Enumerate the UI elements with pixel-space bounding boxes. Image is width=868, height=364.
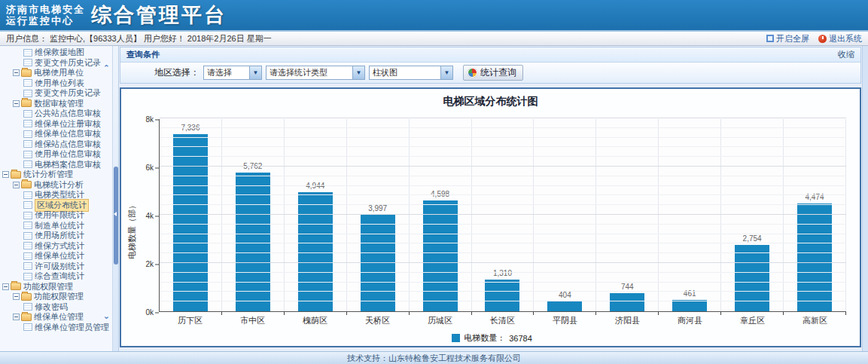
- stat-type-select[interactable]: 请选择统计类型 ▼: [266, 66, 365, 80]
- gridline: [160, 156, 846, 157]
- chevron-down-icon[interactable]: ▼: [440, 66, 452, 79]
- gridline: [160, 272, 846, 273]
- main-scrollbar[interactable]: [862, 46, 868, 351]
- bar[interactable]: [173, 134, 208, 311]
- sidebar-item-17[interactable]: 制造单位统计: [0, 221, 112, 231]
- sidebar-item-8[interactable]: 维保单位信息审核: [0, 129, 112, 139]
- gridline: [160, 252, 846, 253]
- chevron-down-icon[interactable]: ▼: [249, 66, 261, 79]
- sidebar-item-1[interactable]: 变更文件历史记录: [0, 58, 112, 69]
- main-content: 查询条件 收缩 地区选择： 请选择 ▼ 请选择统计类型 ▼ 柱状图 ▼: [119, 46, 868, 351]
- gridline: [160, 146, 846, 147]
- bar-column: 2,754: [721, 119, 784, 311]
- sidebar-item-12[interactable]: 统计分析管理: [0, 170, 112, 180]
- bar[interactable]: [610, 293, 644, 311]
- sidebar-item-2[interactable]: 电梯使用单位: [0, 68, 112, 78]
- region-select[interactable]: 请选择 ▼: [203, 66, 262, 80]
- sidebar-item-27[interactable]: 维保单位管理员管理: [0, 323, 112, 333]
- sidebar-item-21[interactable]: 许可级别统计: [0, 262, 112, 272]
- collapse-expander-icon[interactable]: [2, 171, 9, 178]
- sidebar-item-5[interactable]: 数据审核管理: [0, 99, 112, 109]
- sidebar-item-20[interactable]: 维保单位统计: [0, 251, 112, 262]
- page-icon: [23, 232, 32, 240]
- collapse-expander-icon[interactable]: [13, 293, 20, 300]
- sidebar: 维保救援地图变更文件历史记录电梯使用单位使用单位列表变更文件历史记录数据审核管理…: [0, 46, 113, 351]
- page-icon: [23, 79, 32, 87]
- page-icon: [23, 201, 32, 209]
- legend-total: 36784: [509, 334, 532, 343]
- bar[interactable]: [485, 280, 519, 311]
- collapse-expander-icon[interactable]: [13, 69, 20, 76]
- bar[interactable]: [298, 192, 333, 311]
- collapse-expander-icon[interactable]: [13, 100, 20, 107]
- bar[interactable]: [672, 300, 707, 311]
- folder-icon: [11, 283, 21, 290]
- folder-icon: [21, 99, 32, 107]
- sidebar-item-6[interactable]: 公共站点信息审核: [0, 109, 112, 119]
- y-tick-label: 0k: [145, 308, 154, 317]
- collapse-expander-icon[interactable]: [2, 283, 9, 290]
- bar-column: 7,336: [160, 119, 222, 311]
- plot-row: 0k2k4k6k8k 7,3365,7624,9443,9974,5981,31…: [138, 119, 846, 312]
- y-tick-label: 2k: [145, 260, 154, 268]
- sidebar-item-4[interactable]: 变更文件历史记录: [0, 88, 112, 99]
- sidebar-item-19[interactable]: 维保方式统计: [0, 241, 112, 252]
- page-icon: [23, 252, 32, 260]
- fullscreen-button[interactable]: 开启全屏: [766, 33, 809, 44]
- sidebar-item-13[interactable]: 电梯统计分析: [0, 180, 112, 191]
- bar[interactable]: [423, 200, 458, 311]
- page-icon: [23, 49, 32, 57]
- gridline: [160, 185, 846, 186]
- sidebar-item-16[interactable]: 使用年限统计: [0, 210, 112, 221]
- sidebar-item-18[interactable]: 使用场所统计: [0, 231, 112, 241]
- sidebar-item-7[interactable]: 维保单位注册审核: [0, 119, 112, 130]
- page-icon: [23, 90, 32, 97]
- collapse-expander-icon[interactable]: [13, 182, 20, 188]
- sidebar-item-23[interactable]: 功能权限管理: [0, 282, 112, 292]
- sidebar-item-25[interactable]: 修改密码: [0, 302, 112, 313]
- pie-chart-icon: [468, 68, 477, 78]
- gridline: [160, 243, 846, 243]
- page-icon: [23, 262, 32, 270]
- page-icon: [23, 59, 32, 66]
- logout-button[interactable]: 退出系统: [818, 33, 862, 44]
- bar-column: 461: [659, 119, 721, 311]
- bar[interactable]: [361, 215, 395, 311]
- sidebar-item-10[interactable]: 使用单位信息审核: [0, 149, 112, 160]
- gridline: [160, 301, 846, 301]
- query-panel-title: 查询条件: [126, 49, 160, 60]
- sidebar-item-15[interactable]: 区域分布统计: [0, 200, 112, 211]
- collapse-panel-link[interactable]: 收缩: [838, 49, 854, 60]
- scroll-up-icon[interactable]: ⌃: [103, 64, 110, 72]
- sidebar-item-22[interactable]: 综合查询统计: [0, 271, 112, 282]
- sidebar-item-3[interactable]: 使用单位列表: [0, 78, 112, 89]
- sidebar-splitter[interactable]: [113, 46, 119, 351]
- bar[interactable]: [547, 301, 582, 311]
- folder-icon: [21, 314, 32, 321]
- footer-text: 技术支持：山东特检鲁安工程技术服务有限公司: [347, 353, 521, 362]
- chart-type-select[interactable]: 柱状图 ▼: [369, 66, 453, 80]
- sidebar-item-11[interactable]: 电梯档案信息审核: [0, 160, 112, 170]
- y-axis-title: 电梯数量（部）: [126, 112, 138, 347]
- stat-query-button[interactable]: 统计查询: [463, 65, 523, 81]
- y-tick-label: 8k: [145, 115, 154, 124]
- gridline: [160, 214, 846, 215]
- splitter-collapse-handle[interactable]: [114, 167, 118, 265]
- bar[interactable]: [236, 173, 270, 311]
- collapse-expander-icon[interactable]: [13, 314, 20, 320]
- x-category-label: 平阴县: [534, 315, 596, 326]
- sidebar-item-24[interactable]: 功能权限管理: [0, 292, 112, 302]
- sidebar-item-9[interactable]: 维保站点信息审核: [0, 139, 112, 150]
- chevron-down-icon[interactable]: ▼: [352, 66, 364, 79]
- x-category-label: 天桥区: [346, 315, 409, 326]
- x-category-label: 市中区: [221, 315, 284, 326]
- x-category-label: 高新区: [784, 315, 846, 326]
- sidebar-item-26[interactable]: 维保单位管理: [0, 312, 112, 323]
- page-icon: [23, 161, 32, 168]
- sidebar-item-0[interactable]: 维保救援地图: [0, 47, 112, 58]
- folder-icon: [21, 181, 32, 188]
- gridline: [160, 234, 846, 234]
- scroll-down-icon[interactable]: ⌄: [103, 312, 110, 320]
- bar[interactable]: [797, 203, 832, 311]
- page-icon: [23, 140, 32, 148]
